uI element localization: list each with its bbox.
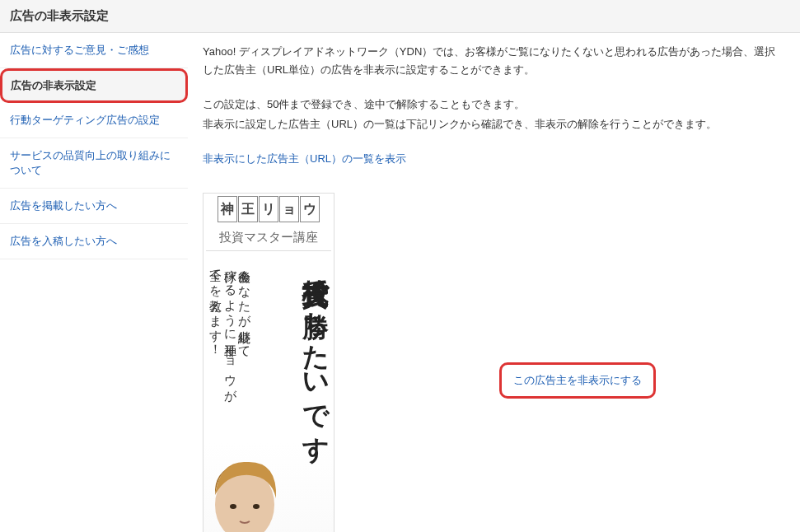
hide-advertiser-highlight: この広告主を非表示にする xyxy=(499,362,656,399)
sidebar-item-quality[interactable]: サービスの品質向上の取り組みについて xyxy=(0,138,188,189)
sidebar-item-label: 広告の非表示設定 xyxy=(11,79,96,91)
sidebar-item-hide-settings[interactable]: 広告の非表示設定 xyxy=(0,68,188,103)
ad-banner-header: 神 王 リ ョ ウ 投資マスター講座 xyxy=(204,194,334,254)
sidebar-item-label: 行動ターゲティング広告の設定 xyxy=(10,114,160,126)
ad-advertiser-name: 神 王 リ ョ ウ xyxy=(206,196,331,222)
hide-advertiser-link[interactable]: この広告主を非表示にする xyxy=(513,374,642,386)
sidebar: 広告に対するご意見・ご感想 広告の非表示設定 行動ターゲティング広告の設定 サー… xyxy=(0,33,188,532)
sidebar-item-label: 広告に対するご意見・ご感想 xyxy=(10,44,149,56)
sidebar-item-feedback[interactable]: 広告に対するご意見・ご感想 xyxy=(0,33,188,68)
sidebar-item-submit[interactable]: 広告を入稿したい方へ xyxy=(0,224,188,259)
sidebar-item-publish[interactable]: 広告を掲載したい方へ xyxy=(0,189,188,224)
ad-subtitle: 投資マスター講座 xyxy=(206,225,331,252)
sidebar-item-behavioral[interactable]: 行動ターゲティング広告の設定 xyxy=(0,103,188,138)
sidebar-item-label: 広告を入稿したい方へ xyxy=(10,235,117,247)
ad-copy-line: 稼げるように神王リョウが xyxy=(222,260,236,396)
ad-banner[interactable]: 神 王 リ ョ ウ 投資マスター講座 株式投資で勝ちたいです xyxy=(203,193,335,532)
page-header: 広告の非表示設定 xyxy=(0,0,800,33)
person-photo xyxy=(204,455,290,532)
list-hidden-advertisers-link[interactable]: 非表示にした広告主（URL）の一覧を表示 xyxy=(203,152,406,165)
ad-copy-line: 全てを教えます！ xyxy=(208,260,222,396)
page-title: 広告の非表示設定 xyxy=(10,8,790,24)
sidebar-item-label: サービスの品質向上の取り組みについて xyxy=(10,149,171,176)
svg-point-3 xyxy=(253,504,260,509)
intro-paragraph: 非表示に設定した広告主（URL）の一覧は下記リンクから確認でき、非表示の解除を行… xyxy=(203,115,785,133)
main-content: Yahoo! ディスプレイアドネットワーク（YDN）では、お客様がご覧になりたく… xyxy=(188,33,800,532)
intro-paragraph: Yahoo! ディスプレイアドネットワーク（YDN）では、お客様がご覧になりたく… xyxy=(203,43,785,79)
sidebar-item-label: 広告を掲載したい方へ xyxy=(10,199,117,212)
intro-paragraph: この設定は、50件まで登録でき、途中で解除することもできます。 xyxy=(203,96,785,114)
svg-point-2 xyxy=(230,504,236,509)
ad-headline: 株式投資で勝ちたいです xyxy=(302,259,329,532)
ad-copy-line: 今後あなたが継続して xyxy=(237,260,251,396)
